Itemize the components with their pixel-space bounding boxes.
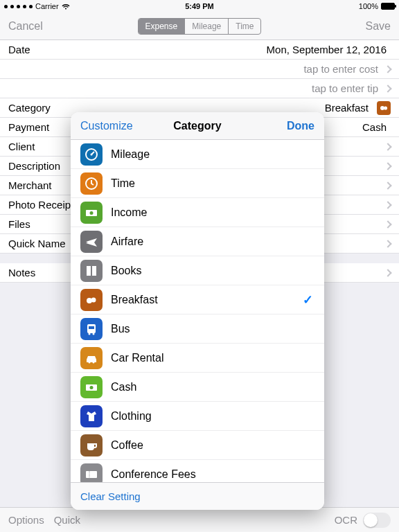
chevron-right-icon — [384, 143, 391, 150]
gauge-icon — [80, 143, 103, 166]
category-item-bus[interactable]: Bus — [71, 314, 324, 344]
signal-dot-icon — [23, 5, 26, 8]
cash-icon — [80, 202, 103, 224]
payment-label: Payment — [8, 121, 49, 133]
svg-point-6 — [90, 211, 94, 215]
battery-percent-label: 100% — [359, 2, 378, 10]
svg-rect-10 — [89, 326, 94, 329]
client-label: Client — [8, 141, 35, 152]
quick-name-label: Quick Name — [8, 238, 66, 249]
category-item-clothing[interactable]: Clothing — [71, 402, 324, 431]
clear-setting-button[interactable]: Clear Setting — [80, 490, 141, 502]
category-item-label: Income — [111, 206, 147, 219]
carrier-label: Carrier — [35, 2, 59, 10]
svg-point-8 — [91, 297, 96, 302]
save-button[interactable]: Save — [366, 20, 391, 33]
chevron-right-icon — [384, 65, 391, 73]
ocr-label: OCR — [335, 514, 357, 526]
category-item-cash[interactable]: Cash — [71, 373, 324, 402]
tip-placeholder: tap to enter tip — [8, 82, 382, 94]
category-popover: Customize Category Done MileageTimeIncom… — [71, 112, 324, 510]
merchant-label: Merchant — [8, 179, 52, 191]
checkmark-icon: ✓ — [303, 292, 313, 308]
photo-receipt-label: Photo Receipt — [8, 199, 73, 211]
category-item-mileage[interactable]: Mileage — [71, 140, 324, 169]
signal-dot-icon — [17, 5, 20, 8]
breakfast-icon — [377, 101, 391, 115]
category-item-conference-fees[interactable]: Conference Fees — [71, 460, 324, 482]
bus-icon — [80, 318, 103, 340]
category-item-label: Breakfast — [111, 294, 158, 306]
segment-expense[interactable]: Expense — [139, 19, 186, 34]
category-item-label: Cash — [111, 381, 136, 393]
chevron-right-icon — [384, 269, 391, 276]
row-tip[interactable]: tap to enter tip — [0, 79, 399, 98]
category-item-breakfast[interactable]: Breakfast✓ — [71, 285, 324, 314]
customize-button[interactable]: Customize — [80, 120, 133, 132]
category-item-label: Car Rental — [111, 352, 163, 364]
wifi-icon — [62, 3, 70, 10]
cancel-button[interactable]: Cancel — [8, 20, 43, 33]
svg-point-13 — [89, 361, 91, 363]
notes-label: Notes — [8, 267, 35, 278]
cost-placeholder: tap to enter cost — [8, 63, 382, 75]
svg-point-16 — [90, 386, 94, 389]
category-item-label: Bus — [111, 323, 130, 335]
segment-time[interactable]: Time — [229, 19, 260, 34]
chevron-right-icon — [384, 220, 391, 228]
cash-icon — [80, 376, 103, 398]
cup-icon — [80, 434, 103, 456]
category-item-books[interactable]: Books — [71, 256, 324, 285]
quick-button[interactable]: Quick — [54, 514, 80, 526]
category-item-label: Books — [111, 265, 141, 277]
category-label: Category — [8, 102, 51, 114]
signal-dot-icon — [29, 5, 33, 8]
category-item-label: Mileage — [111, 148, 150, 161]
svg-point-14 — [93, 361, 95, 363]
date-value: Mon, September 12, 2016 — [30, 44, 391, 55]
nav-bar: Cancel Expense Mileage Time Save — [0, 12, 399, 40]
category-item-car-rental[interactable]: Car Rental — [71, 344, 324, 373]
eggs-icon — [80, 289, 103, 311]
shirt-icon — [80, 405, 103, 427]
svg-point-3 — [91, 153, 93, 155]
popover-title: Category — [173, 120, 221, 132]
row-date[interactable]: Date Mon, September 12, 2016 — [0, 40, 399, 60]
category-item-coffee[interactable]: Coffee — [71, 431, 324, 460]
category-item-label: Airfare — [111, 236, 143, 248]
row-cost[interactable]: tap to enter cost — [0, 60, 399, 79]
popover-header: Customize Category Done — [71, 112, 324, 140]
chevron-right-icon — [384, 162, 391, 170]
ocr-switch[interactable] — [363, 513, 391, 528]
bottom-toolbar: Options Quick OCR — [0, 507, 399, 532]
chevron-right-icon — [384, 85, 391, 92]
category-item-label: Conference Fees — [111, 468, 196, 481]
chevron-right-icon — [384, 201, 391, 209]
chevron-right-icon — [384, 240, 391, 247]
category-list[interactable]: MileageTimeIncomeAirfareBooksBreakfast✓B… — [71, 140, 324, 482]
signal-dot-icon — [10, 5, 14, 8]
chevron-right-icon — [384, 181, 391, 189]
clock-icon — [80, 172, 103, 195]
category-item-airfare[interactable]: Airfare — [71, 227, 324, 256]
svg-rect-17 — [86, 471, 97, 478]
car-icon — [80, 347, 103, 369]
files-label: Files — [8, 218, 30, 230]
done-button[interactable]: Done — [287, 120, 314, 132]
category-item-income[interactable]: Income — [71, 198, 324, 227]
book-icon — [80, 260, 103, 282]
status-bar: Carrier 5:49 PM 100% — [0, 0, 399, 12]
type-segmented-control[interactable]: Expense Mileage Time — [138, 18, 262, 35]
battery-icon — [381, 3, 395, 10]
svg-point-12 — [93, 332, 95, 335]
options-button[interactable]: Options — [8, 514, 44, 526]
date-label: Date — [8, 44, 30, 55]
category-item-label: Time — [111, 177, 135, 190]
category-item-time[interactable]: Time — [71, 169, 324, 198]
plane-icon — [80, 231, 103, 253]
ticket-icon — [80, 463, 103, 483]
svg-point-11 — [89, 332, 91, 335]
signal-dot-icon — [4, 5, 8, 8]
segment-mileage[interactable]: Mileage — [185, 19, 229, 34]
category-item-label: Clothing — [111, 410, 152, 423]
